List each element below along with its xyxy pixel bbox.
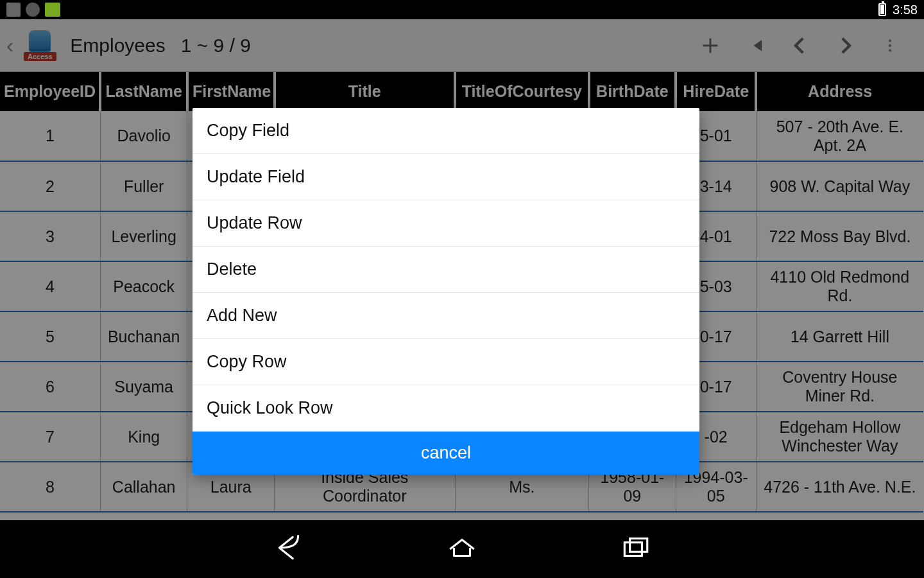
status-right: 3:58 <box>878 3 918 17</box>
recents-icon <box>619 532 651 564</box>
nav-back-button[interactable] <box>273 532 305 566</box>
home-icon <box>446 532 478 564</box>
status-icon-3 <box>45 3 60 17</box>
status-icon-2 <box>26 3 40 17</box>
nav-home-button[interactable] <box>446 532 478 566</box>
menu-update-field[interactable]: Update Field <box>193 154 699 200</box>
menu-copy-row[interactable]: Copy Row <box>193 339 699 385</box>
nav-recents-button[interactable] <box>619 532 651 566</box>
back-icon <box>273 532 305 564</box>
menu-copy-field[interactable]: Copy Field <box>193 108 699 154</box>
menu-quick-look-row[interactable]: Quick Look Row <box>193 385 699 432</box>
status-left-icons <box>6 3 60 17</box>
menu-delete[interactable]: Delete <box>193 247 699 293</box>
menu-cancel-button[interactable]: cancel <box>193 432 699 475</box>
battery-icon <box>878 3 886 16</box>
menu-add-new[interactable]: Add New <box>193 293 699 339</box>
menu-update-row[interactable]: Update Row <box>193 200 699 247</box>
status-bar: 3:58 <box>0 0 924 19</box>
status-icon-1 <box>6 3 21 17</box>
svg-rect-4 <box>630 538 647 552</box>
status-clock: 3:58 <box>893 3 918 17</box>
context-menu-dialog: Copy Field Update Field Update Row Delet… <box>193 108 699 475</box>
svg-rect-3 <box>624 543 642 556</box>
system-nav-bar <box>0 520 924 578</box>
